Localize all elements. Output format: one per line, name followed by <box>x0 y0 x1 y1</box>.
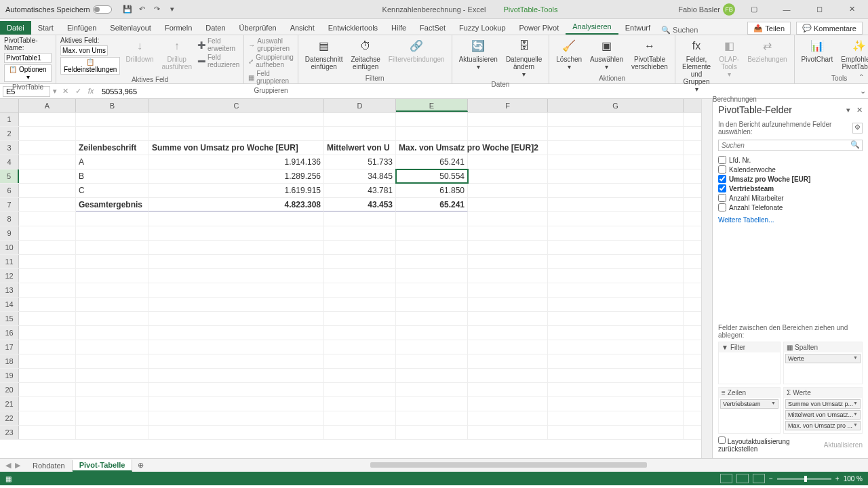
recommended-pivottables-button[interactable]: ✨Empfohlene PivotTables <box>838 37 868 72</box>
pivottable-name-input[interactable] <box>4 53 52 63</box>
collapse-ribbon-icon[interactable]: ⌃ <box>859 73 864 81</box>
values-zone[interactable]: ΣWerte Summe von Umsatz p... Mittelwert … <box>783 387 863 434</box>
tab-daten[interactable]: Daten <box>199 21 232 35</box>
pivot-grand-total-label[interactable]: Gesamtergebnis <box>76 198 149 211</box>
pivot-cell[interactable]: 61.850 <box>396 184 468 197</box>
active-field-input[interactable] <box>60 45 108 56</box>
pivot-cell[interactable]: 51.733 <box>324 155 396 169</box>
pivot-row-label-header[interactable]: Zeilenbeschrift <box>76 141 149 155</box>
fx-icon[interactable]: fx <box>85 87 96 96</box>
zoom-out-icon[interactable]: − <box>769 475 773 483</box>
zoom-level[interactable]: 100 % <box>844 475 863 483</box>
minimize-icon[interactable]: — <box>773 0 800 19</box>
comments-button[interactable]: 💬 Kommentare <box>796 22 863 35</box>
tab-ansicht[interactable]: Ansicht <box>283 21 321 35</box>
col-header-e[interactable]: E <box>396 99 468 112</box>
grid[interactable]: 1 2 3ZeilenbeschriftSumme von Umsatz pro… <box>0 113 701 458</box>
tab-einfuegen[interactable]: Einfügen <box>60 21 103 35</box>
tab-seitenlayout[interactable]: Seitenlayout <box>103 21 158 35</box>
change-datasource-button[interactable]: 🗄Datenquelle ändern ▾ <box>503 37 545 79</box>
pivot-cell[interactable]: 1.289.256 <box>149 169 324 183</box>
field-pane-gear-icon[interactable]: ⚙ <box>852 123 863 134</box>
zone-item[interactable]: Max. von Umsatz pro ... <box>785 421 861 430</box>
expand-formula-bar-icon[interactable]: ⌄ <box>857 87 868 96</box>
move-pivottable-button[interactable]: ↔PivotTable verschieben <box>629 37 671 72</box>
select-all-corner[interactable] <box>0 99 19 112</box>
refresh-button[interactable]: 🔄Aktualisieren ▾ <box>456 37 500 72</box>
pivot-sum-header[interactable]: Summe von Umsatz pro Woche [EUR] <box>149 141 324 155</box>
fields-items-button[interactable]: fxFelder, Elemente und Gruppen ▾ <box>679 37 713 94</box>
tab-powerpivot[interactable]: Power Pivot <box>513 21 566 35</box>
tab-fuzzylookup[interactable]: Fuzzy Lookup <box>452 21 512 35</box>
add-sheet-icon[interactable]: ⊕ <box>132 461 149 470</box>
col-header-c[interactable]: C <box>149 99 324 112</box>
field-pane-dropdown-icon[interactable]: ▾ <box>846 106 850 114</box>
save-icon[interactable]: 💾 <box>123 5 132 14</box>
pivot-cell[interactable]: 4.823.308 <box>149 198 324 211</box>
clear-button[interactable]: 🧹Löschen ▾ <box>553 37 585 72</box>
search-icon[interactable]: 🔍 Suchen <box>657 26 702 35</box>
pivot-cell[interactable]: 43.453 <box>324 198 396 211</box>
insert-slicer-button[interactable]: ▤Datenschnitt einfügen <box>302 37 346 72</box>
field-item[interactable]: Lfd. Nr. <box>718 155 863 165</box>
pivot-cell[interactable]: C <box>76 184 149 197</box>
pivot-max-header[interactable]: Max. von Umsatz pro Woche [EUR]2 <box>396 141 468 155</box>
columns-zone[interactable]: ▦Spalten Werte <box>783 342 863 384</box>
pivot-cell[interactable]: 43.781 <box>324 184 396 197</box>
pivot-cell[interactable]: 34.845 <box>324 169 396 183</box>
pivot-avg-header[interactable]: Mittelwert von U <box>324 141 396 155</box>
pivot-cell[interactable]: 1.914.136 <box>149 155 324 169</box>
pivot-cell[interactable]: 65.241 <box>396 198 468 211</box>
col-header-d[interactable]: D <box>324 99 396 112</box>
col-header-f[interactable]: F <box>468 99 548 112</box>
sheet-tab-rohdaten[interactable]: Rohdaten <box>26 460 73 471</box>
tab-factset[interactable]: FactSet <box>413 21 452 35</box>
tab-formeln[interactable]: Formeln <box>158 21 199 35</box>
filter-zone[interactable]: ▼Filter <box>718 342 781 384</box>
sheet-nav-next-icon[interactable]: ▶ <box>15 461 20 470</box>
normal-view-icon[interactable] <box>720 474 732 483</box>
tab-ueberpruefen[interactable]: Überprüfen <box>233 21 283 35</box>
select-button[interactable]: ▣Auswählen ▾ <box>587 37 626 72</box>
zone-item[interactable]: Vertriebsteam <box>720 399 778 409</box>
selected-cell[interactable]: 50.554 <box>396 169 468 183</box>
field-item[interactable]: Umsatz pro Woche [EUR] <box>718 174 863 184</box>
ribbon-display-icon[interactable]: ▢ <box>741 0 768 19</box>
pivot-cell[interactable]: 1.619.915 <box>149 184 324 197</box>
field-search-icon[interactable]: 🔍 <box>848 140 862 150</box>
field-pane-close-icon[interactable]: ✕ <box>856 106 863 114</box>
pivot-cell[interactable]: 65.241 <box>396 155 468 169</box>
insert-timeline-button[interactable]: ⏱Zeitachse einfügen <box>348 37 382 72</box>
enter-formula-icon[interactable]: ✓ <box>73 87 83 96</box>
zoom-slider[interactable] <box>777 478 831 480</box>
undo-icon[interactable]: ↶ <box>138 5 147 14</box>
autosave-toggle[interactable] <box>93 5 112 14</box>
tab-hilfe[interactable]: Hilfe <box>384 21 413 35</box>
page-break-view-icon[interactable] <box>753 474 765 483</box>
field-search-input[interactable] <box>719 140 848 150</box>
field-item[interactable]: Anzahl Telefonate <box>718 203 863 212</box>
pivotchart-button[interactable]: 📊PivotChart <box>799 37 836 64</box>
zone-item[interactable]: Mittelwert von Umsatz... <box>785 410 861 420</box>
col-header-a[interactable]: A <box>19 99 76 112</box>
close-icon[interactable]: ✕ <box>838 0 865 19</box>
tab-entwicklertools[interactable]: Entwicklertools <box>321 21 384 35</box>
zone-item[interactable]: Werte <box>785 354 861 363</box>
pivot-cell[interactable]: B <box>76 169 149 183</box>
horizontal-scrollbar[interactable] <box>163 462 854 469</box>
options-button[interactable]: 📋 Optionen ▾ <box>4 64 52 82</box>
maximize-icon[interactable]: ◻ <box>806 0 833 19</box>
user-account[interactable]: Fabio Basler FB <box>678 3 735 16</box>
field-item[interactable]: Vertriebsteam <box>718 184 863 193</box>
field-settings-button[interactable]: 📋 Feldeinstellungen <box>60 57 120 75</box>
col-header-g[interactable]: G <box>548 99 684 112</box>
share-button[interactable]: 📤 Teilen <box>747 22 791 35</box>
zoom-in-icon[interactable]: + <box>835 475 840 483</box>
col-header-b[interactable]: B <box>76 99 149 112</box>
pivot-cell[interactable]: A <box>76 155 149 169</box>
tab-start[interactable]: Start <box>31 21 60 35</box>
tab-file[interactable]: Datei <box>0 21 31 35</box>
field-item[interactable]: Anzahl Mitarbeiter <box>718 193 863 203</box>
redo-icon[interactable]: ↷ <box>153 5 162 14</box>
field-item[interactable]: Kalenderwoche <box>718 165 863 174</box>
